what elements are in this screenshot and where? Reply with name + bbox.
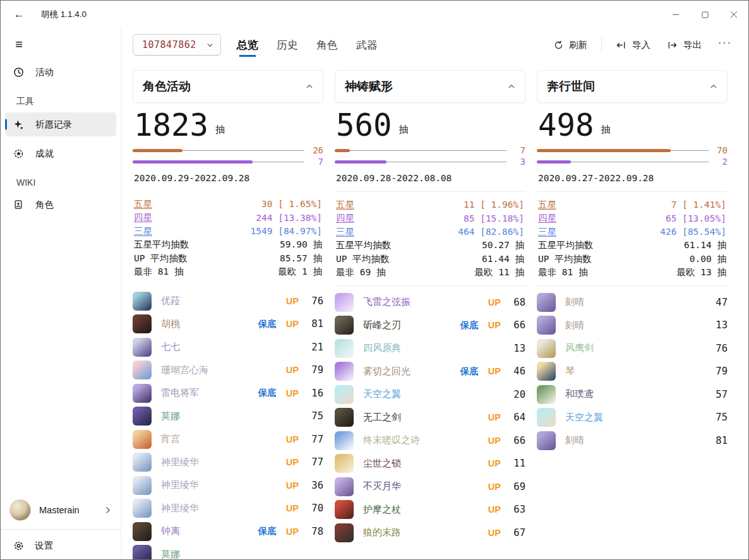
tab-weapons[interactable]: 武器: [356, 33, 378, 57]
more-button[interactable]: ···: [712, 35, 738, 55]
guarantee-badge: 保底: [460, 366, 479, 378]
item-badges: UP 63: [488, 504, 525, 515]
list-item: 和璞鸢 57: [537, 383, 728, 406]
item-name: 雷电将军: [161, 387, 199, 399]
rarity-filter-link[interactable]: 四星: [134, 211, 152, 223]
stat-value: 59.90 抽: [280, 239, 322, 251]
rarity-filter-link[interactable]: 四星: [538, 212, 556, 224]
sidebar-divider: [1, 529, 121, 530]
maximize-button[interactable]: [690, 1, 719, 28]
collapse-button[interactable]: [306, 83, 313, 90]
rarity-filter-link[interactable]: 五星: [538, 199, 556, 211]
item-name: 珊瑚宫心海: [161, 364, 208, 376]
item-avatar: [335, 500, 354, 519]
item-badges: 21: [308, 342, 323, 353]
banner-item-list: 刻晴 47 刻晴 13 风鹰剑 76 琴 79: [537, 290, 728, 452]
item-name: 天空之翼: [363, 388, 401, 400]
stat-value: 最欧 1 抽: [278, 266, 322, 278]
sidebar-item-characters[interactable]: 角色: [5, 193, 116, 217]
item-avatar: [133, 314, 152, 333]
item-pull-count: 70: [308, 503, 323, 514]
banner-date-range: 2020.09.27-2022.09.28: [538, 173, 726, 183]
rarity-filter-link[interactable]: 四星: [336, 212, 354, 224]
sidebar-section-tools: 工具: [1, 86, 121, 110]
sidebar-item-wish-records[interactable]: 祈愿记录: [5, 112, 116, 136]
list-item: 神里绫华 UP 70: [133, 497, 323, 520]
item-name: 无工之剑: [363, 412, 401, 424]
banner-item-list: 飞雷之弦振 UP 68 斫峰之刃 保底 UP 66 四风原典 13 雾切之回光 …: [335, 290, 525, 544]
item-name: 刻晴: [565, 319, 584, 331]
refresh-icon: [554, 40, 563, 50]
rarity-filter-link[interactable]: 三星: [336, 226, 354, 238]
sidebar-item-settings[interactable]: 设置: [1, 531, 121, 560]
pity4-fill: [537, 160, 571, 164]
rarity-filter-link[interactable]: 五星: [134, 198, 152, 210]
item-pull-count: 81: [308, 318, 323, 330]
uid-value: 107847862: [142, 39, 196, 51]
refresh-button[interactable]: 刷新: [548, 35, 594, 56]
tab-history[interactable]: 历史: [276, 33, 299, 57]
item-name: 钟离: [161, 525, 180, 537]
item-name: 优菈: [161, 295, 180, 307]
chevron-up-icon: [710, 83, 717, 90]
item-avatar: [133, 522, 152, 541]
minimize-button[interactable]: [661, 1, 690, 28]
item-avatar: [335, 477, 354, 496]
item-name: 莫娜: [161, 410, 180, 422]
pity5-progress: 26: [133, 145, 323, 155]
tab-overview[interactable]: 总览: [236, 33, 259, 57]
maximize-icon: [702, 11, 709, 18]
rarity-filter-link[interactable]: 三星: [134, 225, 152, 237]
list-item: 钟离 保底 UP 78: [133, 520, 323, 543]
uid-selector[interactable]: 107847862: [133, 34, 221, 56]
guarantee-badge: 保底: [258, 525, 277, 537]
stat-value: 最欧 11 抽: [475, 266, 524, 278]
list-item: 不灭月华 UP 69: [335, 475, 525, 498]
export-button[interactable]: 导出: [661, 35, 708, 56]
back-button[interactable]: ←: [4, 4, 33, 25]
rarity-filter-link[interactable]: 五星: [336, 199, 354, 211]
item-badges: 57: [712, 389, 728, 400]
banner-date-range: 2020.09.28-2022.08.08: [336, 173, 524, 183]
item-avatar: [537, 408, 556, 427]
sidebar-item-activity[interactable]: 活动: [5, 60, 116, 84]
import-button[interactable]: 导入: [609, 35, 657, 56]
stat-row: UP 平均抽数61.44 抽: [336, 252, 524, 266]
collapse-button[interactable]: [508, 83, 515, 90]
item-badges: 保底 UP 46: [460, 366, 525, 378]
item-name: 雾切之回光: [363, 366, 410, 378]
collapse-button[interactable]: [710, 83, 717, 90]
item-avatar: [133, 430, 152, 449]
list-item: 斫峰之刃 保底 UP 66: [335, 314, 525, 337]
pity5-fill: [537, 149, 671, 152]
item-badges: UP 11: [488, 458, 525, 469]
stat-value: 244 [13.38%]: [256, 213, 322, 223]
item-pull-count: 36: [308, 480, 323, 491]
item-name: 风鹰剑: [565, 342, 594, 354]
banner-column: 角色活动 1823 抽 26 7 2020.09.29-2022.09.28 五…: [133, 70, 323, 560]
stat-row: 五星7 [ 1.41%]: [538, 198, 726, 211]
item-avatar: [335, 454, 354, 473]
hamburger-menu-button[interactable]: ≡: [7, 33, 31, 55]
tab-bar: 总览 历史 角色 武器: [236, 33, 378, 57]
item-pull-count: 77: [308, 456, 323, 468]
item-pull-count: 81: [712, 435, 728, 446]
close-button[interactable]: [719, 1, 748, 28]
close-icon: [730, 11, 738, 18]
list-item: 莫娜 75: [133, 405, 323, 428]
item-name: 神里绫华: [161, 503, 199, 515]
user-account-row[interactable]: Masterain: [1, 492, 121, 528]
stat-label: 最非 81 抽: [134, 266, 183, 278]
item-badges: UP 77: [286, 434, 323, 445]
item-badges: 保底 UP 16: [258, 387, 323, 399]
tab-characters[interactable]: 角色: [316, 33, 339, 57]
item-name: 刻晴: [565, 296, 584, 308]
rarity-filter-link[interactable]: 三星: [538, 226, 556, 238]
item-name: 天空之翼: [565, 412, 603, 424]
stat-value: 65 [13.05%]: [666, 213, 726, 223]
item-avatar: [133, 338, 152, 357]
stat-value: 7 [ 1.41%]: [671, 200, 726, 210]
sidebar-item-achievements[interactable]: 成就: [5, 141, 116, 165]
stat-label: 五星平均抽数: [538, 239, 593, 251]
item-avatar: [335, 339, 354, 358]
